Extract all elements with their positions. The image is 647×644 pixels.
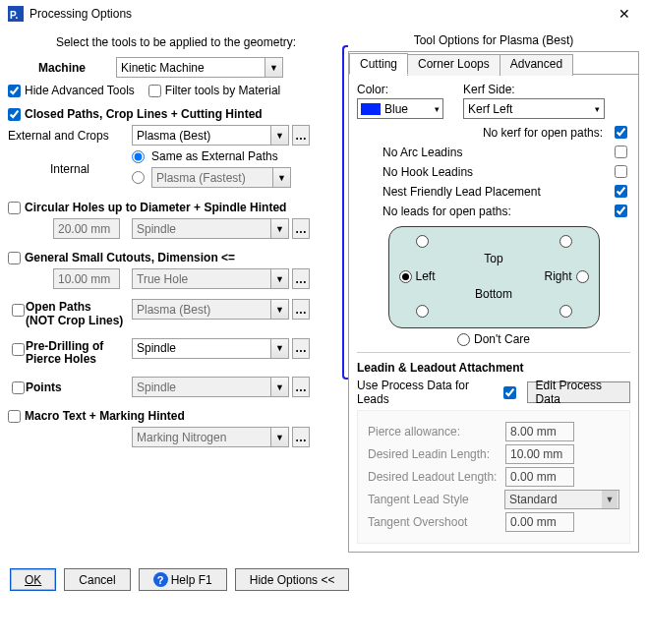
machine-combo[interactable]: Kinetic Machine [116, 57, 265, 78]
tangent-overshoot-value[interactable]: 0.00 mm [505, 512, 574, 532]
closed-paths-checkbox[interactable] [8, 108, 21, 121]
lead-pos-left-label: Left [416, 269, 471, 283]
lead-pos-bottomright[interactable] [559, 305, 572, 318]
external-tool-combo[interactable]: Plasma (Best) [132, 125, 271, 146]
points-label: Points [26, 380, 132, 395]
close-icon[interactable]: ✕ [610, 6, 639, 22]
tab-corner-loops[interactable]: Corner Loops [407, 54, 500, 76]
chevron-down-icon: ▾ [595, 104, 600, 114]
macro-tool-combo[interactable]: Marking Nitrogen [132, 427, 271, 447]
use-process-data-label: Use Process Data for Leads [357, 379, 492, 406]
app-icon: P. [8, 6, 24, 22]
color-combo[interactable]: Blue ▾ [357, 98, 443, 119]
window-title: Processing Options [29, 7, 132, 21]
filter-by-material-label: Filter tools by Material [165, 84, 280, 97]
lead-pos-left[interactable] [399, 270, 412, 283]
external-crops-label: External and Crops [8, 129, 132, 143]
internal-tool-radio[interactable] [132, 171, 145, 184]
lead-pos-right[interactable] [576, 270, 589, 283]
tangent-lead-style-combo[interactable]: Standard ▼ [504, 490, 619, 509]
points-more[interactable]: … [292, 377, 310, 397]
chevron-down-icon[interactable]: ▼ [271, 427, 289, 447]
chevron-down-icon[interactable]: ▼ [273, 167, 291, 188]
color-label: Color: [357, 83, 443, 96]
no-leads-open-label: No leads for open paths: [357, 205, 511, 218]
tool-options-tabs: Cutting Corner Loops Advanced Color: Blu… [348, 51, 639, 553]
lead-pos-topright[interactable] [559, 235, 572, 248]
chevron-down-icon[interactable]: ▼ [271, 218, 289, 239]
filter-by-material-checkbox[interactable] [148, 85, 161, 97]
circular-holes-diameter[interactable] [53, 218, 120, 239]
small-cutouts-dimension[interactable] [53, 268, 120, 289]
machine-label: Machine [8, 61, 116, 75]
small-cutouts-more[interactable]: … [292, 268, 310, 289]
leadin-length-value[interactable]: 10.00 mm [505, 444, 574, 464]
lead-position-panel: Top Left Right Bottom [388, 226, 600, 328]
pierce-allowance-label: Pierce allowance: [368, 425, 505, 439]
chevron-down-icon[interactable]: ▼ [265, 57, 283, 78]
chevron-down-icon: ▼ [602, 491, 618, 508]
predrill-label: Pre-Drilling of Pierce Holes [26, 338, 132, 368]
use-process-data-checkbox[interactable] [503, 386, 516, 399]
internal-tool-combo[interactable]: Plasma (Fastest) [151, 167, 273, 188]
help-button[interactable]: ? Help F1 [139, 568, 227, 591]
macro-text-label: Macro Text + Marking Hinted [25, 409, 185, 423]
circular-holes-tool-combo[interactable]: Spindle [132, 218, 271, 239]
tab-advanced[interactable]: Advanced [500, 54, 573, 76]
nest-friendly-checkbox[interactable] [615, 185, 627, 198]
external-tool-more[interactable]: … [292, 125, 310, 146]
chevron-down-icon[interactable]: ▼ [271, 125, 289, 146]
hide-options-button[interactable]: Hide Options << [235, 568, 350, 591]
no-arc-leadins-checkbox[interactable] [615, 146, 627, 158]
predrill-checkbox[interactable] [12, 343, 25, 356]
small-cutouts-label: General Small Cutouts, Dimension <= [25, 251, 235, 264]
edit-process-data-button[interactable]: Edit Process Data [527, 381, 630, 403]
kerf-side-combo[interactable]: Kerf Left ▾ [463, 98, 605, 119]
ok-button[interactable]: OK [10, 568, 56, 591]
predrill-more[interactable]: … [292, 338, 310, 359]
nest-friendly-label: Nest Friendly Lead Placement [357, 185, 541, 199]
cancel-button[interactable]: Cancel [64, 568, 130, 591]
no-leads-open-checkbox[interactable] [615, 205, 627, 217]
chevron-down-icon[interactable]: ▼ [271, 268, 289, 289]
lead-pos-bottomleft[interactable] [416, 305, 429, 318]
chevron-down-icon[interactable]: ▼ [271, 338, 289, 359]
tab-cutting[interactable]: Cutting [349, 53, 408, 75]
macro-text-checkbox[interactable] [8, 410, 21, 423]
circular-holes-label: Circular Holes up to Diameter + Spindle … [25, 201, 286, 214]
tool-selection-panel: Select the tools to be applied to the ge… [8, 31, 348, 553]
lead-pos-dontcare[interactable] [457, 333, 470, 346]
tool-options-panel: Tool Options for Plasma (Best) Cutting C… [348, 31, 639, 553]
chevron-down-icon[interactable]: ▼ [271, 299, 289, 320]
kerf-side-label: Kerf Side: [463, 83, 605, 96]
open-paths-tool-combo[interactable]: Plasma (Best) [132, 299, 271, 320]
circular-holes-checkbox[interactable] [8, 202, 21, 214]
no-hook-leadins-checkbox[interactable] [615, 165, 627, 178]
open-paths-more[interactable]: … [292, 299, 310, 320]
no-kerf-open-label: No kerf for open paths: [483, 126, 603, 140]
points-tool-combo[interactable]: Spindle [132, 377, 271, 397]
small-cutouts-tool-combo[interactable]: True Hole [132, 268, 271, 289]
leadin-leadout-header: Leadin & Leadout Attachment [357, 361, 630, 375]
predrill-tool-combo[interactable]: Spindle [132, 338, 271, 359]
leadout-length-value[interactable]: 0.00 mm [505, 467, 574, 487]
no-kerf-open-checkbox[interactable] [615, 126, 627, 139]
lead-pos-topleft[interactable] [416, 235, 429, 248]
open-paths-label: Open Paths (NOT Crop Lines) [26, 299, 132, 328]
pierce-allowance-value[interactable]: 8.00 mm [505, 422, 574, 441]
same-as-external-radio[interactable] [132, 150, 145, 163]
hide-advanced-tools-label: Hide Advanced Tools [25, 84, 135, 97]
open-paths-checkbox[interactable] [12, 304, 25, 317]
points-checkbox[interactable] [12, 381, 25, 394]
lead-pos-top-label: Top [475, 252, 512, 265]
macro-more[interactable]: … [292, 427, 310, 447]
help-icon: ? [153, 572, 168, 587]
no-arc-leadins-label: No Arc Leadins [357, 146, 462, 159]
small-cutouts-checkbox[interactable] [8, 252, 21, 264]
circular-holes-more[interactable]: … [292, 218, 310, 239]
chevron-down-icon[interactable]: ▼ [271, 377, 289, 397]
hide-advanced-tools-checkbox[interactable] [8, 85, 21, 97]
no-hook-leadins-label: No Hook Leadins [357, 165, 473, 179]
lead-pos-dontcare-label: Don't Care [474, 332, 530, 346]
same-as-external-label: Same as External Paths [151, 149, 278, 163]
